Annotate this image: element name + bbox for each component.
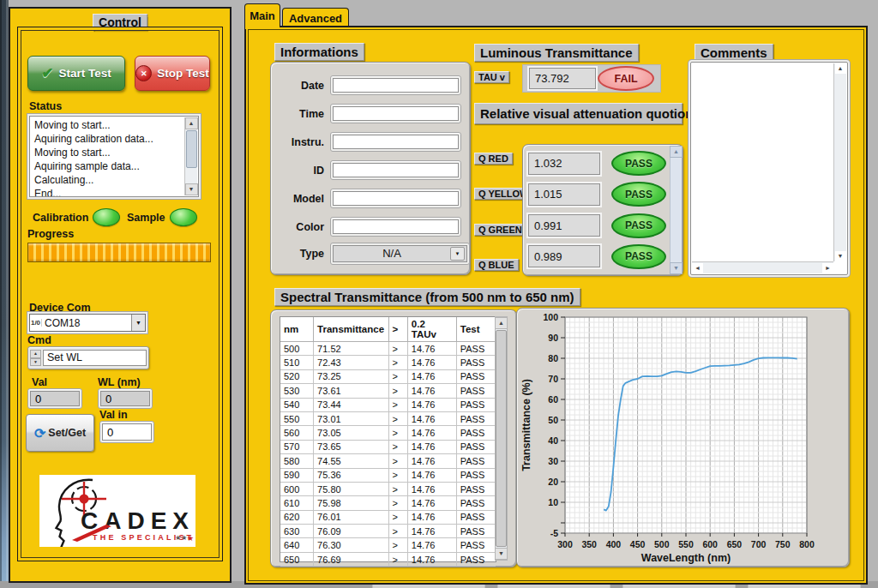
cmd-control[interactable]: ▲ ▼ Set WL (27, 346, 149, 369)
comments-textarea[interactable] (693, 64, 833, 261)
svg-text:500: 500 (654, 539, 670, 549)
cmd-value[interactable]: Set WL (43, 350, 147, 366)
q-row: 1.032PASS (528, 149, 666, 177)
scroll-right-icon[interactable]: ► (822, 263, 833, 273)
table-cell: 73.44 (314, 398, 388, 411)
table-row[interactable]: 65076.69>14.76PASS (280, 552, 496, 566)
table-row[interactable]: 59075.36>14.76PASS (280, 468, 496, 482)
table-row[interactable]: 62076.01>14.76PASS (280, 510, 496, 524)
cmd-label: Cmd (27, 334, 51, 346)
table-cell: PASS (456, 482, 496, 495)
status-scrollbar[interactable]: ▲ ▼ (184, 117, 197, 195)
q-value: 0.991 (528, 214, 600, 237)
scroll-down-icon[interactable]: ▼ (670, 262, 683, 274)
table-row[interactable]: 58074.55>14.76PASS (280, 454, 496, 468)
table-row[interactable]: 63076.09>14.76PASS (280, 525, 496, 538)
scroll-up-icon[interactable]: ▲ (835, 63, 846, 74)
cmd-spinner[interactable]: ▲ ▼ (30, 350, 41, 366)
date-input[interactable] (333, 78, 459, 93)
time-field-frame (330, 104, 461, 123)
spinner-down-icon[interactable]: ▼ (30, 358, 41, 367)
table-row[interactable]: 57073.65>14.76PASS (280, 440, 496, 453)
scroll-up-icon[interactable]: ▲ (670, 146, 683, 158)
info-row: Date (271, 71, 470, 99)
tab-main[interactable]: Main (244, 3, 280, 27)
table-cell: PASS (456, 426, 496, 440)
table-row[interactable]: 52073.25>14.76PASS (280, 369, 496, 383)
color-input[interactable] (333, 219, 459, 234)
val-in-field-frame (99, 421, 154, 443)
q-label-q-blue: Q BLUE (474, 259, 519, 271)
spectral-table[interactable]: nmTransmittance>0.2 TAUvTest 50071.52>14… (280, 316, 496, 562)
main-tab-panel: Informations DateTimeInstru.IDModelColor… (244, 26, 868, 585)
sample-label: Sample (127, 212, 165, 224)
table-cell: 73.65 (314, 440, 388, 453)
q-row: 0.989PASS (528, 243, 666, 271)
type-dropdown-icon[interactable]: ▼ (450, 247, 465, 261)
table-cell: 76.01 (314, 510, 388, 524)
time-input[interactable] (333, 106, 459, 121)
val-in-input[interactable] (102, 423, 152, 441)
wl-input[interactable] (100, 391, 150, 406)
scroll-down-icon[interactable]: ▼ (185, 183, 198, 195)
start-test-button[interactable]: ✔ Start Test (27, 56, 125, 91)
scroll-up-icon[interactable]: ▲ (185, 117, 198, 129)
status-listbox[interactable]: Moving to start...Aquiring calibration d… (29, 116, 199, 197)
status-item[interactable]: Moving to start... (32, 118, 183, 132)
logo-stars: ★★ (175, 534, 187, 542)
val-input[interactable] (30, 391, 80, 406)
device-com-value: COM18 (42, 317, 131, 329)
instru-input[interactable] (333, 135, 459, 149)
model-input[interactable] (333, 191, 459, 206)
combo-dropdown-icon[interactable]: ▼ (131, 315, 145, 331)
scroll-thumb[interactable] (186, 130, 197, 168)
table-cell: 14.76 (407, 342, 456, 356)
scroll-left-icon[interactable]: ◄ (692, 263, 703, 273)
table-cell: 73.05 (314, 426, 388, 440)
scroll-thumb[interactable] (496, 330, 507, 547)
device-com-combobox[interactable]: 1/0 COM18 ▼ (29, 314, 146, 332)
status-item[interactable]: Aquiring sample data... (32, 159, 183, 173)
comments-hscrollbar[interactable]: ◄ ► (692, 261, 833, 273)
scroll-up-icon[interactable]: ▲ (495, 317, 508, 329)
table-row[interactable]: 51072.43>14.76PASS (280, 356, 496, 369)
table-cell: PASS (456, 468, 496, 482)
q-rows: 1.032PASS1.015PASS0.991PASS0.989PASS (528, 149, 666, 271)
table-cell: 72.43 (314, 356, 388, 369)
val-label: Val (32, 376, 47, 388)
status-item[interactable]: Calculating... (32, 173, 183, 187)
svg-text:750: 750 (775, 539, 791, 549)
spectral-chart-svg: 3003504004505005506006507007508001009080… (517, 309, 849, 567)
stop-test-button[interactable]: ✕ Stop Test (135, 56, 210, 91)
table-cell: > (388, 440, 407, 453)
table-row[interactable]: 54073.44>14.76PASS (280, 398, 496, 411)
set-get-button[interactable]: ⟳ Set/Get (26, 414, 94, 452)
table-row[interactable]: 50071.52>14.76PASS (280, 342, 496, 356)
table-row[interactable]: 60075.80>14.76PASS (280, 482, 496, 495)
table-scrollbar[interactable]: ▲ ▼ (495, 316, 508, 561)
table-row[interactable]: 61075.98>14.76PASS (280, 496, 496, 510)
start-test-label: Start Test (58, 67, 111, 80)
scroll-down-icon[interactable]: ▼ (835, 251, 846, 261)
comments-box[interactable]: ▲ ▼ ◄ ► (690, 62, 848, 275)
comments-vscrollbar[interactable]: ▲ ▼ (833, 63, 846, 261)
id-input[interactable] (333, 163, 459, 177)
table-cell: > (388, 538, 407, 552)
status-item[interactable]: End... (32, 187, 183, 196)
status-item[interactable]: Aquiring calibration data... (32, 132, 183, 146)
table-cell: 640 (280, 538, 314, 552)
type-dropdown[interactable]: N/A ▼ (330, 243, 470, 265)
status-item[interactable]: Moving to start... (32, 146, 183, 159)
table-header-cell: > (388, 317, 407, 342)
tau-label: TAU v (474, 71, 509, 83)
scroll-down-icon[interactable]: ▼ (495, 548, 508, 560)
table-cell: 75.80 (314, 482, 388, 495)
table-row[interactable]: 56073.05>14.76PASS (280, 426, 496, 440)
attenuation-scrollbar[interactable]: ▲ ▼ (670, 146, 682, 274)
informations-group: DateTimeInstru.IDModelColor Type N/A ▼ (270, 62, 471, 275)
spinner-up-icon[interactable]: ▲ (30, 350, 41, 358)
table-row[interactable]: 55073.01>14.76PASS (280, 411, 496, 425)
table-row[interactable]: 64076.30>14.76PASS (280, 538, 496, 552)
table-row[interactable]: 53073.61>14.76PASS (280, 384, 496, 398)
table-cell: 14.76 (407, 356, 456, 369)
